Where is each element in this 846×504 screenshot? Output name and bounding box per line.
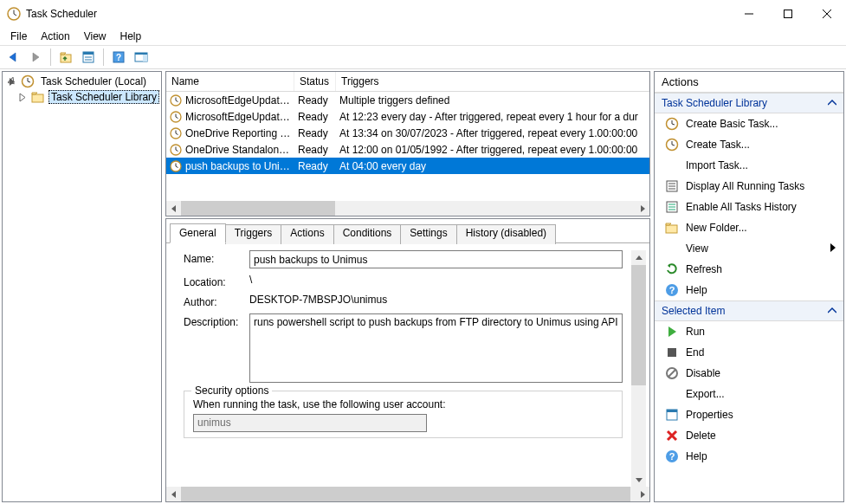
action-help-2[interactable]: ? Help (655, 446, 843, 467)
actions-section-selected[interactable]: Selected Item (655, 300, 843, 321)
menu-file[interactable]: File (3, 29, 34, 44)
task-trigger: At 13:34 on 30/07/2023 - After triggered… (336, 127, 649, 139)
tab-actions[interactable]: Actions (281, 224, 333, 244)
minimize-button[interactable] (729, 2, 768, 26)
tab-conditions[interactable]: Conditions (333, 224, 402, 244)
actions-section-library[interactable]: Task Scheduler Library (655, 93, 843, 113)
task-status: Ready (294, 160, 336, 172)
menu-bar: File Action View Help (0, 27, 846, 45)
tab-history[interactable]: History (disabled) (456, 224, 556, 244)
label-author: Author: (184, 294, 249, 308)
clock-icon (21, 74, 35, 88)
action-refresh[interactable]: Refresh (655, 259, 843, 280)
collapse-icon[interactable] (828, 307, 836, 315)
task-trigger: Multiple triggers defined (336, 94, 649, 107)
task-name: OneDrive Standalone U... (185, 144, 294, 156)
scroll-left-icon[interactable] (166, 201, 181, 216)
task-trigger: At 12:00 on 01/05/1992 - After triggered… (336, 144, 649, 156)
list-horizontal-scrollbar[interactable] (166, 201, 649, 216)
task-row[interactable]: OneDrive Standalone U...ReadyAt 12:00 on… (166, 141, 649, 158)
svg-text:?: ? (116, 53, 121, 62)
col-triggers-header[interactable]: Triggers (336, 72, 649, 91)
tree-root[interactable]: Task Scheduler (Local) (6, 74, 161, 89)
details-vertical-scrollbar[interactable] (631, 250, 646, 487)
col-name-header[interactable]: Name (166, 72, 294, 91)
action-create-basic-task[interactable]: Create Basic Task... (655, 113, 843, 134)
tree-library[interactable]: Task Scheduler Library (6, 89, 161, 105)
clock-icon (170, 127, 182, 139)
help-toolbar-button[interactable]: ? (109, 48, 128, 67)
chevron-right-icon (830, 242, 836, 255)
help-icon: ? (665, 283, 679, 297)
action-new-folder[interactable]: New Folder... (655, 217, 843, 238)
action-run[interactable]: Run (655, 321, 843, 342)
col-status-header[interactable]: Status (294, 72, 336, 91)
action-display-running[interactable]: Display All Running Tasks (655, 176, 843, 197)
task-name: MicrosoftEdgeUpdateT... (185, 94, 294, 107)
task-row[interactable]: push backups to UnimusReadyAt 04:00 ever… (166, 158, 649, 174)
menu-view[interactable]: View (77, 29, 113, 44)
scroll-up-icon[interactable] (631, 250, 646, 265)
task-trigger: At 12:23 every day - After triggered, re… (336, 111, 649, 123)
task-scheduler-window: Task Scheduler File Action View Help ? T… (0, 0, 846, 504)
scroll-down-icon[interactable] (631, 472, 646, 487)
properties-button[interactable] (79, 48, 98, 67)
action-import-task[interactable]: Import Task... (655, 155, 843, 176)
action-create-task[interactable]: Create Task... (655, 134, 843, 155)
toolbar: ? (0, 45, 846, 69)
stop-icon (665, 346, 679, 359)
history-icon (665, 200, 679, 214)
collapse-icon[interactable] (18, 93, 28, 102)
clock-icon (665, 117, 679, 131)
security-options-group: Security options When running the task, … (184, 391, 623, 438)
action-help[interactable]: ? Help (655, 280, 843, 300)
tab-general[interactable]: General (170, 223, 226, 243)
scroll-right-icon[interactable] (635, 201, 649, 216)
svg-text:?: ? (669, 285, 675, 295)
task-name: push backups to Unimus (185, 160, 294, 172)
value-location: \ (249, 274, 623, 288)
input-name[interactable] (249, 250, 623, 268)
scroll-right-icon[interactable] (635, 487, 649, 501)
tab-triggers[interactable]: Triggers (225, 224, 282, 244)
action-end[interactable]: End (655, 342, 843, 363)
task-row[interactable]: MicrosoftEdgeUpdateT...ReadyAt 12:23 eve… (166, 108, 649, 125)
action-enable-history[interactable]: Enable All Tasks History (655, 197, 843, 217)
input-description[interactable] (249, 313, 623, 383)
task-row[interactable]: OneDrive Reporting Tas...ReadyAt 13:34 o… (166, 125, 649, 141)
task-row[interactable]: MicrosoftEdgeUpdateT...ReadyMultiple tri… (166, 92, 649, 108)
maximize-button[interactable] (768, 2, 807, 26)
back-button[interactable] (3, 48, 23, 67)
action-properties[interactable]: Properties (655, 404, 843, 425)
clock-icon (665, 138, 679, 152)
pane-button[interactable] (132, 48, 151, 67)
close-button[interactable] (807, 2, 846, 26)
action-view[interactable]: View (655, 238, 843, 259)
properties-icon (665, 408, 679, 422)
svg-line-55 (668, 370, 675, 377)
clock-icon (170, 94, 182, 107)
list-icon (665, 179, 679, 193)
task-name: OneDrive Reporting Tas... (185, 127, 294, 139)
scroll-left-icon[interactable] (166, 487, 181, 501)
details-horizontal-scrollbar[interactable] (166, 487, 649, 501)
navigation-tree: Task Scheduler (Local) Task Scheduler Li… (2, 71, 162, 502)
action-disable[interactable]: Disable (655, 363, 843, 384)
label-name: Name: (184, 250, 249, 268)
svg-rect-9 (83, 52, 94, 55)
tab-settings[interactable]: Settings (400, 224, 456, 244)
action-delete[interactable]: Delete (655, 425, 843, 446)
collapse-icon[interactable] (828, 99, 836, 107)
task-status: Ready (294, 127, 336, 139)
action-export[interactable]: Export... (655, 384, 843, 404)
expand-icon[interactable] (8, 77, 17, 87)
svg-rect-53 (668, 348, 676, 357)
forward-button[interactable] (26, 48, 45, 67)
task-trigger: At 04:00 every day (336, 160, 649, 172)
up-button[interactable] (56, 48, 75, 67)
menu-help[interactable]: Help (113, 29, 149, 44)
delete-icon (665, 429, 679, 443)
menu-action[interactable]: Action (34, 29, 76, 44)
folder-icon (665, 221, 679, 235)
disable-icon (665, 366, 679, 380)
